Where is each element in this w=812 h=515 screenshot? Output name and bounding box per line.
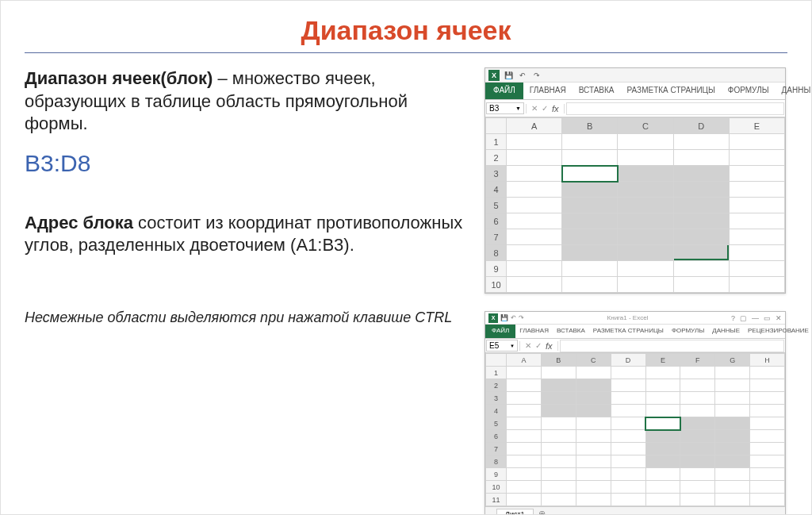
row-header[interactable]: 8: [486, 455, 507, 468]
row-header[interactable]: 6: [486, 213, 507, 229]
row-header[interactable]: 3: [486, 392, 507, 405]
row-header[interactable]: 2: [486, 150, 507, 166]
spreadsheet-grid[interactable]: A B C D E 1 2 3 4 5 6 7 8 9 10: [485, 117, 785, 293]
minimize-icon[interactable]: —: [752, 314, 759, 322]
row-header[interactable]: 7: [486, 443, 507, 455]
row-header[interactable]: 11: [486, 494, 507, 506]
close-icon[interactable]: ✕: [776, 314, 782, 322]
tab-review[interactable]: РЕЦЕНЗИРОВАНИЕ: [744, 325, 812, 338]
col-header[interactable]: E: [645, 354, 680, 367]
cancel-icon[interactable]: ✕: [525, 341, 531, 350]
excel-icon: X: [488, 313, 498, 323]
undo-icon[interactable]: ↶: [517, 70, 528, 81]
window-title: Книга1 - Excel: [524, 314, 731, 321]
row-header[interactable]: 4: [486, 182, 507, 198]
row-header[interactable]: 10: [486, 277, 507, 293]
chevron-down-icon: ▼: [515, 106, 521, 111]
window-titlebar: X 💾 ↶ ↷ Книга1 - Excel ? ▢ — ▭ ✕: [485, 312, 785, 325]
screenshots-column: X 💾 ↶ ↷ ФАЙЛ ГЛАВНАЯ ВСТАВКА РАЗМЕТКА СТ…: [485, 67, 787, 515]
col-header[interactable]: F: [680, 354, 715, 367]
name-box[interactable]: B3▼: [486, 102, 524, 114]
help-icon[interactable]: ?: [731, 314, 735, 322]
chevron-down-icon: ▼: [510, 344, 515, 348]
col-header[interactable]: G: [715, 354, 750, 367]
col-header[interactable]: B: [541, 354, 576, 367]
col-header[interactable]: E: [729, 118, 784, 134]
tab-home[interactable]: ГЛАВНАЯ: [523, 83, 573, 99]
ctrl-note: Несмежные области выделяются при нажатой…: [25, 308, 469, 327]
row-header[interactable]: 9: [486, 468, 507, 481]
confirm-icon[interactable]: ✓: [535, 341, 542, 350]
save-icon[interactable]: 💾: [500, 314, 508, 321]
redo-icon[interactable]: ↷: [519, 314, 524, 321]
formula-bar: B3▼ ✕ ✓ fx: [485, 100, 785, 117]
row-header[interactable]: 4: [486, 405, 507, 417]
select-all-corner[interactable]: [486, 118, 507, 134]
divider: [25, 52, 787, 53]
sheet-tab[interactable]: Лист1: [496, 509, 534, 515]
paragraph-definition: Диапазон ячеек(блок) – множество ячеек, …: [25, 67, 469, 136]
row-header[interactable]: 1: [486, 367, 507, 379]
row-header[interactable]: 1: [486, 134, 507, 150]
col-header[interactable]: C: [576, 354, 611, 367]
formula-tools: ✕ ✓ fx: [519, 341, 558, 351]
tab-formulas[interactable]: ФОРМУЛЫ: [668, 325, 708, 338]
spreadsheet-grid[interactable]: A B C D E F G H 1 2 3 4 5 6 7 8 9 10: [485, 353, 785, 506]
tab-data[interactable]: ДАННЫЕ: [776, 83, 812, 99]
save-icon[interactable]: 💾: [503, 70, 514, 81]
col-header[interactable]: D: [673, 118, 729, 134]
row-header[interactable]: 6: [486, 430, 507, 443]
excel-screenshot-1: X 💾 ↶ ↷ ФАЙЛ ГЛАВНАЯ ВСТАВКА РАЗМЕТКА СТ…: [485, 67, 786, 294]
row-header[interactable]: 10: [486, 481, 507, 494]
excel-icon: X: [488, 70, 500, 81]
formula-bar: E5▼ ✕ ✓ fx: [485, 339, 785, 353]
address-bold: Адрес блока: [25, 213, 133, 233]
fx-label[interactable]: fx: [552, 104, 559, 113]
range-example: B3:D8: [25, 150, 469, 177]
col-header[interactable]: A: [507, 118, 562, 134]
ribbon-tabs: ФАЙЛ ГЛАВНАЯ ВСТАВКА РАЗМЕТКА СТРАНИЦЫ Ф…: [485, 325, 785, 339]
col-header[interactable]: C: [618, 118, 673, 134]
col-header[interactable]: B: [562, 118, 618, 134]
fx-label[interactable]: fx: [546, 341, 553, 351]
row-header[interactable]: 2: [486, 379, 507, 392]
new-sheet-icon[interactable]: ⊕: [538, 509, 546, 515]
maximize-icon[interactable]: ▭: [764, 314, 771, 322]
name-box[interactable]: E5▼: [486, 340, 518, 352]
ribbon-toggle-icon[interactable]: ▢: [740, 314, 747, 322]
tab-insert[interactable]: ВСТАВКА: [573, 83, 621, 99]
tab-page-layout[interactable]: РАЗМЕТКА СТРАНИЦЫ: [621, 83, 722, 99]
col-header[interactable]: D: [611, 354, 645, 367]
tab-formulas[interactable]: ФОРМУЛЫ: [722, 83, 776, 99]
text-column: Диапазон ячеек(блок) – множество ячеек, …: [25, 67, 469, 515]
col-header[interactable]: H: [750, 354, 785, 367]
excel-screenshot-2: X 💾 ↶ ↷ Книга1 - Excel ? ▢ — ▭ ✕ ФАЙЛ ГЛ…: [485, 311, 786, 515]
tab-data[interactable]: ДАННЫЕ: [708, 325, 744, 338]
quick-access-toolbar: X 💾 ↶ ↷: [485, 68, 785, 83]
col-header[interactable]: A: [507, 354, 542, 367]
row-header[interactable]: 5: [486, 198, 507, 213]
redo-icon[interactable]: ↷: [531, 70, 542, 81]
ribbon-tabs: ФАЙЛ ГЛАВНАЯ ВСТАВКА РАЗМЕТКА СТРАНИЦЫ Ф…: [485, 83, 785, 100]
tab-insert[interactable]: ВСТАВКА: [553, 325, 589, 338]
tab-file[interactable]: ФАЙЛ: [485, 325, 515, 338]
formula-tools: ✕ ✓ fx: [526, 104, 565, 113]
cancel-icon[interactable]: ✕: [531, 104, 538, 113]
row-header[interactable]: 8: [486, 245, 507, 261]
content-row: Диапазон ячеек(блок) – множество ячеек, …: [1, 67, 811, 515]
row-header[interactable]: 9: [486, 261, 507, 277]
undo-icon[interactable]: ↶: [511, 314, 516, 321]
row-header[interactable]: 5: [486, 417, 507, 430]
select-all-corner[interactable]: [486, 354, 507, 367]
paragraph-address: Адрес блока состоит из координат противо…: [25, 212, 469, 257]
slide-title: Диапазон ячеек: [1, 1, 811, 52]
formula-input[interactable]: [560, 340, 784, 352]
tab-page-layout[interactable]: РАЗМЕТКА СТРАНИЦЫ: [589, 325, 668, 338]
tab-file[interactable]: ФАЙЛ: [485, 83, 523, 99]
term-bold: Диапазон ячеек(блок): [25, 68, 213, 88]
row-header[interactable]: 3: [486, 166, 507, 182]
row-header[interactable]: 7: [486, 229, 507, 245]
confirm-icon[interactable]: ✓: [542, 104, 548, 113]
formula-input[interactable]: [566, 102, 784, 115]
tab-home[interactable]: ГЛАВНАЯ: [515, 325, 553, 338]
